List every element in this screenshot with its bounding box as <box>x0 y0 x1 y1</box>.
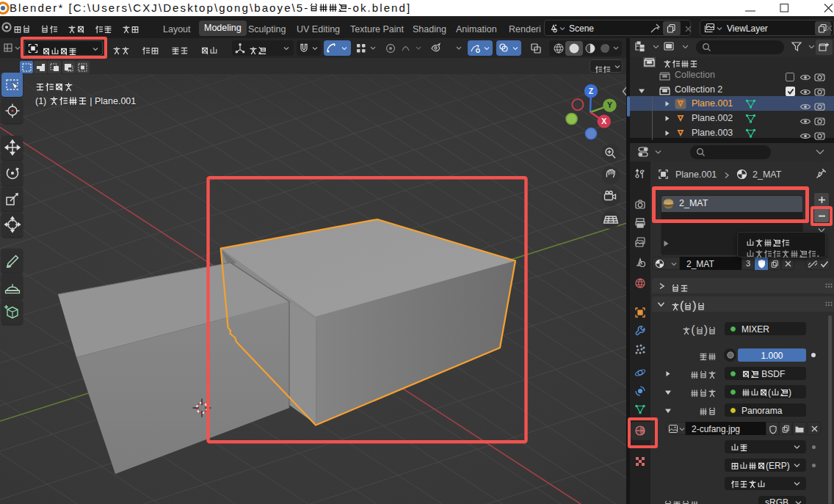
svg-text:X: X <box>601 117 606 125</box>
svg-text:Y: Y <box>607 101 612 109</box>
svg-text:Z: Z <box>589 87 594 95</box>
